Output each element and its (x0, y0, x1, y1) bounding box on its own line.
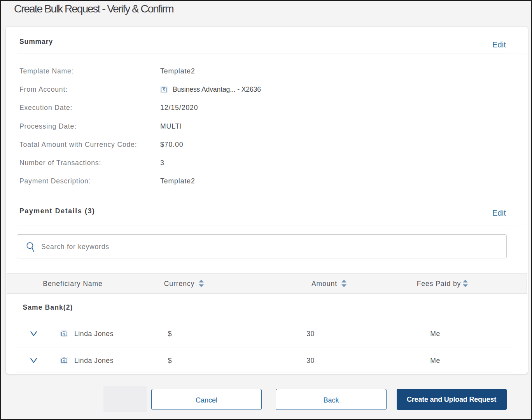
svg-text:$: $ (163, 88, 165, 92)
svg-text:$: $ (63, 331, 65, 336)
svg-text:$: $ (63, 358, 65, 362)
